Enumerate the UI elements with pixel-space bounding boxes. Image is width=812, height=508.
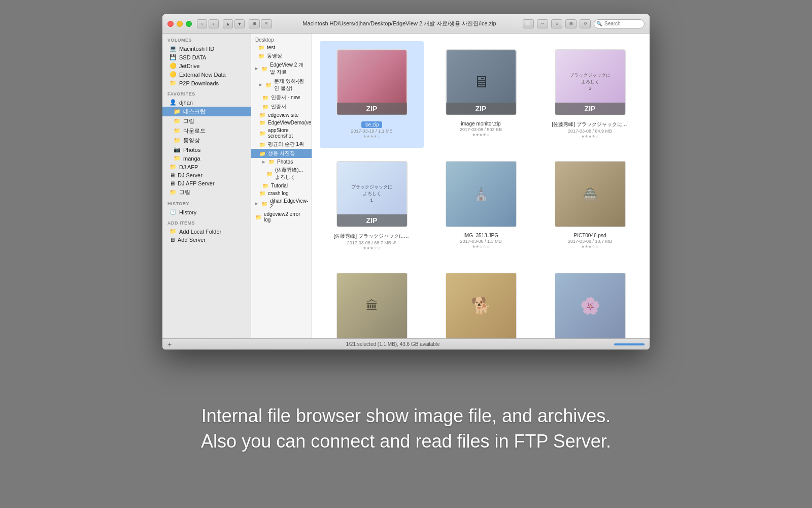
file-meta-img3513: 2017-03-08 / 1.3 MB (460, 239, 501, 244)
folder-icon: 📁 (268, 159, 275, 165)
file-meta-pict0046: 2017-03-08 / 10.7 MB (568, 239, 612, 244)
caption-area: Internal file browser show image file, a… (181, 350, 631, 508)
folder-icon: 📁 (262, 95, 268, 101)
sidebar-item-manga[interactable]: 📁 manga (162, 154, 251, 163)
title-bar: ‹ › ▲ ▼ ⊞ ≡ Macintosh HD/Users/djhan/Des… (162, 14, 650, 34)
search-wrapper: 🔍 (594, 19, 645, 28)
expand-button[interactable]: ↔ (537, 19, 548, 28)
sidebar-item-add-server[interactable]: 🖥 Add Server (162, 236, 251, 244)
scroll-indicator (614, 343, 645, 345)
sidebar-item-downloads[interactable]: 📁 다운로드 (162, 126, 251, 136)
sidebar-item-movies[interactable]: 📁 동영상 (162, 136, 251, 145)
thumb-pict0015: 🐕 (442, 269, 520, 338)
zip-label-monitor: ZIP (446, 103, 516, 115)
tree-ranking[interactable]: 📁 평균의 순간 1위 (251, 140, 312, 149)
down-button[interactable]: ▼ (234, 19, 245, 28)
close-button[interactable] (167, 21, 174, 27)
info-button[interactable]: ℹ (551, 19, 562, 28)
tree-tutorial[interactable]: 📁 Tutorial (251, 182, 312, 189)
tree-appstore[interactable]: 📁 appStore screenshot (251, 126, 312, 140)
tree-video[interactable]: 📁 동영상 (251, 51, 312, 60)
sidebar-item-ssd-data[interactable]: 💾 SSD DATA (162, 53, 251, 61)
folder-icon: 📁 (261, 201, 267, 207)
file-tag-ice: ice.zip (361, 121, 382, 128)
sidebar-item-photos[interactable]: 📷 Photos (162, 145, 251, 154)
file-item-manga01-zip[interactable]: ブラックジャックによろしく１ ZIP [佐藤秀峰] ブラックジャックによろしく0… (320, 153, 424, 260)
triangle-open-icon: ▶ (255, 67, 258, 71)
tree-edgeview-site[interactable]: 📁 edgeview site (251, 111, 312, 119)
ssd-icon: 💾 (170, 54, 177, 60)
folder-icon: 📁 (259, 190, 265, 196)
file-tree-panel: Desktop 📁 test 📁 동영상 ▶ 📁 EdgeView 2 개발 자… (251, 34, 312, 338)
share-button[interactable]: ⬜ (523, 19, 534, 28)
up-button[interactable]: ▲ (223, 19, 233, 28)
thumb-monitor-zip: 🖥 ZIP (442, 45, 520, 119)
file-stars-monitor: ★★★★☆ (472, 133, 490, 137)
toolbar-right: ⬜ ↔ ℹ ⊞ ↺ 🔍 (523, 19, 645, 28)
sidebar-item-pictures[interactable]: 📁 그림 (162, 116, 251, 126)
file-stars-img3513: ★★☆☆☆ (472, 244, 490, 249)
history-icon: 🕐 (170, 209, 177, 215)
grid-view-button[interactable]: ⊞ (249, 19, 260, 28)
folder-icon: 📁 (259, 120, 265, 125)
maximize-button[interactable] (186, 21, 192, 27)
add-folder-icon: 📁 (170, 228, 177, 235)
sidebar-item-dj-server[interactable]: 🖥 DJ Server (162, 171, 251, 179)
tree-sato[interactable]: 📁 (佐藤秀峰)...よろしく (251, 166, 312, 182)
tree-cert-new[interactable]: 📁 인증서 - new (251, 93, 312, 102)
list-view-button[interactable]: ≡ (261, 19, 272, 28)
folder-icon: 📁 (259, 131, 265, 136)
file-item-ice-zip[interactable]: ZIP ice.zip 2017-03-18 / 1.1 MB ★★★★☆ (320, 41, 424, 148)
file-name-pict0046: PICT0046.psd (574, 233, 606, 238)
sidebar-item-dj-afp-server[interactable]: 🖥 DJ AFP Server (162, 179, 251, 187)
add-button[interactable]: + (167, 340, 172, 348)
sidebar-item-desktop[interactable]: 📁 데스크탑 (162, 107, 251, 116)
zip-label-manga02: ZIP (555, 103, 625, 115)
tree-photos-sub[interactable]: ▶ 📁 Photos (251, 158, 312, 166)
file-stars-manga01: ★★★☆☆ (363, 246, 381, 250)
file-item-pict0003[interactable]: 🌸 PICT0003.jpg 2017-02-27 / 2.7 MB (538, 265, 642, 338)
sidebar-item-dj-afp[interactable]: 📁 DJ AFP (162, 163, 251, 171)
triangle-open-icon: ▶ (259, 83, 262, 87)
sidebar-item-add-local-folder[interactable]: 📁 Add Local Folder (162, 227, 251, 236)
sidebar-item-macintosh-hd[interactable]: 💻 Macintosh HD (162, 44, 251, 53)
thumb-ice-zip: ZIP (332, 45, 411, 119)
file-item-pict0002[interactable]: 🏛 PICT0002.psd 2017-03-08 / 16.1 MB (320, 265, 424, 338)
sidebar-item-external[interactable]: 🟡 External New Data (162, 70, 251, 79)
tree-photos-dir[interactable]: 📁 생용 사진집 (251, 149, 312, 158)
arrange-button[interactable]: ⊞ (565, 19, 577, 28)
sidebar-item-djhan[interactable]: 👤 djhan (162, 98, 251, 107)
file-item-monitor-zip[interactable]: 🖥 ZIP image monitor.zip 2017-03-08 / 502… (429, 41, 533, 148)
tree-cert[interactable]: 📁 인증서 (251, 102, 312, 111)
tree-edgeview-demo[interactable]: 📁 EdgeViewDemo(ver2) (251, 119, 312, 126)
forward-button[interactable]: › (209, 19, 219, 28)
tree-djhan-edgeview[interactable]: ▶ 📁 djhan.EdgeView-2 (251, 197, 312, 210)
tree-edgeview-dev[interactable]: ▶ 📁 EdgeView 2 개발 자료 (251, 60, 312, 77)
sidebar-item-jetdrive[interactable]: 🟡 JetDrive (162, 61, 251, 70)
file-name-monitor: image monitor.zip (461, 121, 500, 126)
triangle-open-icon: ▶ (262, 160, 265, 164)
file-item-pict0046[interactable]: 🏯 PICT0046.psd 2017-03-08 / 10.7 MB ★★★☆… (538, 153, 642, 260)
tree-test[interactable]: 📁 test (251, 44, 312, 51)
back-button[interactable]: ‹ (197, 19, 207, 28)
tree-error-log[interactable]: 📁 edgeview2 error log (251, 210, 312, 224)
dog-image: 🐕 (446, 273, 517, 339)
add-server-icon: 🖥 (170, 237, 175, 243)
sidebar-item-grim[interactable]: 📁 그림 (162, 187, 251, 197)
sidebar-item-p2p[interactable]: 📁 P2P Downloads (162, 79, 251, 87)
folder-icon: 📁 (259, 112, 265, 118)
grim-icon: 📁 (170, 189, 177, 196)
minimize-button[interactable] (177, 21, 183, 27)
sidebar-item-history[interactable]: 🕐 History (162, 208, 251, 216)
zip-thumb-monitor: 🖥 ZIP (446, 49, 517, 115)
file-item-pict0015[interactable]: 🐕 PICT0015.JPG 2017-02-27 / 8.4 MB (429, 265, 533, 338)
file-meta-manga01: 2017-03-08 / 68.7 MB ↺ (347, 240, 397, 245)
tree-crash-log[interactable]: 📁 crash log (251, 189, 312, 197)
file-name-manga01: [佐藤秀峰] ブラックジャックによろしく01.zip (334, 233, 410, 240)
user-icon: 👤 (170, 99, 177, 106)
file-item-manga02-zip[interactable]: ブラックジャックによろしく２ ZIP [佐藤秀峰] ブラックジャックによろしく0… (538, 41, 642, 148)
file-item-img3513[interactable]: ⛪ IMG_3513.JPG 2017-03-08 / 1.3 MB ★★☆☆☆ (429, 153, 533, 260)
tree-problem[interactable]: ▶ 📁 문제 있히-(원인 불삼) (251, 77, 312, 93)
reload-button[interactable]: ↺ (580, 19, 591, 28)
sidebar-history-label: HISTORY (162, 197, 251, 208)
